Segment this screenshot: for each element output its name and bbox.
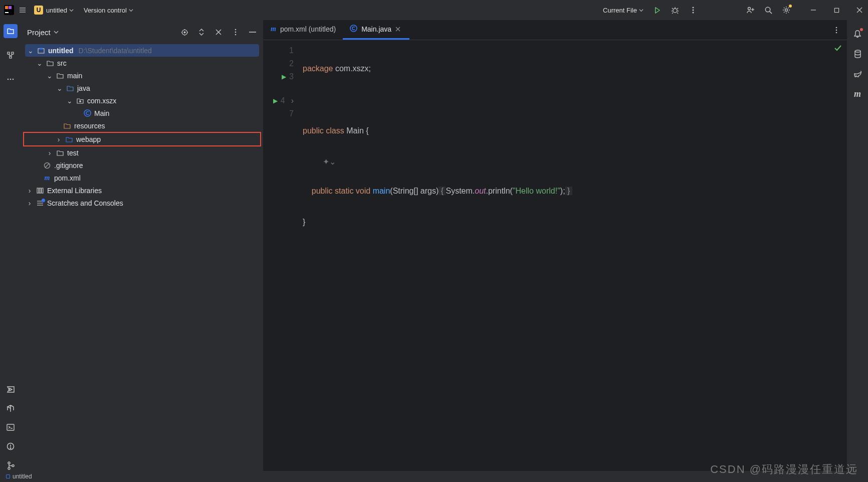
maven-icon: m xyxy=(271,25,276,33)
tab-options-icon[interactable] xyxy=(832,26,841,35)
notifications-icon[interactable] xyxy=(853,29,862,38)
code-keyword: public xyxy=(312,187,335,195)
status-project-name: untitled xyxy=(13,473,32,480)
tree-scratches[interactable]: › Scratches and Consoles xyxy=(25,197,259,209)
project-badge[interactable]: U xyxy=(34,6,43,15)
terminal-icon[interactable] xyxy=(6,423,15,432)
tree-class[interactable]: Main xyxy=(25,107,259,119)
maven-tool-icon[interactable]: m xyxy=(853,89,862,98)
right-toolbar: m xyxy=(847,20,868,471)
tree-package[interactable]: ⌄ com.xszx xyxy=(25,94,259,107)
more-actions-icon[interactable] xyxy=(689,6,698,15)
tree-label: com.xszx xyxy=(87,97,116,105)
collapse-all-icon[interactable] xyxy=(214,28,223,37)
expand-collapse-icon[interactable] xyxy=(197,28,206,37)
tree-label: pom.xml xyxy=(54,174,81,182)
close-icon[interactable] xyxy=(855,6,864,15)
svg-point-33 xyxy=(8,79,9,80)
build-icon[interactable] xyxy=(6,404,15,413)
gradle-icon[interactable] xyxy=(853,69,862,78)
tree-webapp[interactable]: › webapp xyxy=(24,133,260,145)
run-config-label: Current File xyxy=(603,7,637,14)
libraries-icon xyxy=(36,187,44,195)
hide-panel-icon[interactable] xyxy=(248,28,257,37)
svg-rect-55 xyxy=(40,188,41,193)
svg-rect-30 xyxy=(10,56,12,58)
svg-point-37 xyxy=(184,32,185,33)
project-tool-button[interactable] xyxy=(4,24,18,38)
code-field: out xyxy=(475,187,486,195)
line-number: 3 xyxy=(289,70,294,83)
more-tools-button[interactable] xyxy=(4,72,18,86)
svg-line-10 xyxy=(677,8,678,9)
vcs-label: Version control xyxy=(84,7,127,14)
tree-root[interactable]: ⌄ untitled D:\Student\data\untitled xyxy=(25,44,259,57)
structure-tool-button[interactable] xyxy=(4,48,18,62)
editor-tabs: m pom.xml (untitled) Main.java xyxy=(264,20,847,40)
svg-point-60 xyxy=(350,25,357,32)
fold-icon[interactable]: › xyxy=(291,94,294,107)
tree-test[interactable]: › test xyxy=(25,146,259,159)
line-number: 7 xyxy=(289,107,294,120)
svg-point-34 xyxy=(10,79,12,80)
tab-pom[interactable]: m pom.xml (untitled) xyxy=(264,20,343,40)
debug-button[interactable] xyxy=(671,6,680,15)
panel-header: Project xyxy=(21,20,263,44)
tree-label: .gitignore xyxy=(54,162,83,170)
titlebar: U untitled Version control Current File xyxy=(0,0,868,20)
class-icon xyxy=(350,25,357,34)
vcs-selector[interactable]: Version control xyxy=(84,7,133,14)
run-button[interactable] xyxy=(653,6,662,15)
minimize-icon[interactable] xyxy=(809,6,818,15)
database-icon[interactable] xyxy=(853,49,862,58)
run-line-icon[interactable]: ▶ xyxy=(273,94,278,107)
svg-rect-29 xyxy=(12,52,14,54)
search-icon[interactable] xyxy=(764,6,773,15)
code-keyword: public xyxy=(303,126,326,135)
tree-resources[interactable]: resources xyxy=(25,119,259,132)
svg-rect-2 xyxy=(9,6,12,9)
code-content[interactable]: package com.xszx; public class Main { ✦⌄… xyxy=(299,40,847,471)
run-line-icon[interactable]: ▶ xyxy=(282,70,286,83)
code-editor[interactable]: 1 2 ▶3 ▶4› 7 package com.xszx; public cl… xyxy=(264,40,847,471)
gutter: 1 2 ▶3 ▶4› 7 xyxy=(264,40,299,471)
source-folder-icon xyxy=(66,84,74,92)
line-number: 4 xyxy=(281,94,285,107)
services-icon[interactable] xyxy=(6,385,15,394)
tree-external[interactable]: › External Libraries xyxy=(25,184,259,197)
code-with-me-icon[interactable] xyxy=(746,6,755,15)
tree-java[interactable]: ⌄ java xyxy=(25,82,259,94)
tab-main[interactable]: Main.java xyxy=(343,20,409,40)
tree-label: External Libraries xyxy=(47,187,102,195)
tree-main[interactable]: ⌄ main xyxy=(25,69,259,82)
problems-icon[interactable] xyxy=(6,442,15,451)
maximize-icon[interactable] xyxy=(832,6,841,15)
settings-icon[interactable] xyxy=(782,6,791,15)
project-name: untitled xyxy=(46,7,67,14)
code-func: main xyxy=(373,187,390,195)
code-keyword: static xyxy=(335,187,356,195)
select-opened-icon[interactable] xyxy=(180,28,189,37)
panel-options-icon[interactable] xyxy=(231,28,240,37)
hamburger-icon[interactable] xyxy=(18,6,27,15)
vcs-icon[interactable] xyxy=(6,461,15,470)
svg-line-13 xyxy=(672,13,673,14)
svg-rect-1 xyxy=(5,6,8,9)
project-selector[interactable]: untitled xyxy=(46,7,74,14)
svg-rect-28 xyxy=(8,52,10,54)
svg-point-21 xyxy=(765,7,770,12)
run-config-selector[interactable]: Current File xyxy=(603,7,643,14)
analysis-ok-icon[interactable] xyxy=(834,44,842,54)
code-string: "Hello world!" xyxy=(513,187,560,195)
status-project[interactable]: untitled xyxy=(6,473,32,480)
tree-gitignore[interactable]: .gitignore xyxy=(25,159,259,172)
tree-pom[interactable]: m pom.xml xyxy=(25,172,259,184)
project-tree[interactable]: ⌄ untitled D:\Student\data\untitled ⌄ sr… xyxy=(21,44,263,471)
tree-src[interactable]: ⌄ src xyxy=(25,57,259,69)
chevron-down-icon[interactable] xyxy=(54,30,59,35)
code-text: ); xyxy=(560,187,565,195)
close-tab-icon[interactable] xyxy=(395,25,402,33)
code-fold: { xyxy=(439,187,446,195)
ai-suggest-icon[interactable]: ✦⌄ xyxy=(323,157,336,166)
tree-label: Scratches and Consoles xyxy=(47,199,123,207)
